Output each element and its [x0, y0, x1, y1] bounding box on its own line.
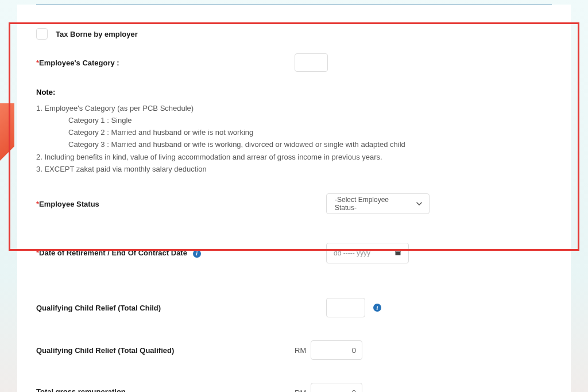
- retirement-date-label: *Date of Retirement / End Of Contract Da…: [36, 249, 326, 258]
- retirement-date-input[interactable]: dd ----- yyyy: [326, 243, 409, 263]
- bg-accent-shape: [0, 103, 14, 161]
- tax-borne-label: Tax Borne by employer: [56, 30, 138, 38]
- note-line-1: 1. Employee's Category (as per PCB Sched…: [36, 103, 552, 114]
- child-relief-total-input[interactable]: [326, 298, 365, 317]
- tax-borne-row: Tax Borne by employer: [36, 28, 552, 40]
- child-relief-qualified-input[interactable]: [311, 340, 362, 360]
- child-relief-total-label: Qualifying Child Relief (Total Child): [36, 304, 326, 312]
- form-card: Tax Borne by employer *Employee's Catego…: [17, 5, 571, 392]
- child-relief-total-row: Qualifying Child Relief (Total Child) i: [36, 298, 552, 317]
- child-relief-qualified-row: Qualifying Child Relief (Total Qualified…: [36, 340, 552, 360]
- svg-rect-2: [396, 252, 401, 255]
- svg-rect-4: [399, 249, 400, 251]
- note-line-3: 3. EXCEPT zakat paid via monthly salary …: [36, 164, 552, 175]
- gross-remuneration-input[interactable]: [311, 383, 362, 392]
- info-icon[interactable]: i: [373, 304, 381, 312]
- employee-category-row: *Employee's Category :: [36, 53, 552, 72]
- date-placeholder-text: dd ----- yyyy: [334, 249, 370, 257]
- note-line-2: 2. Including benefits in kind, value of …: [36, 152, 552, 163]
- note-title: Note:: [36, 88, 552, 96]
- note-block-1: 1. Employee's Category (as per PCB Sched…: [36, 103, 552, 150]
- gross-remuneration-label: Total gross remuneration2: [36, 387, 300, 392]
- svg-rect-3: [396, 249, 397, 251]
- calendar-icon: [394, 249, 401, 258]
- form-area: Tax Borne by employer *Employee's Catego…: [26, 5, 562, 392]
- info-icon[interactable]: i: [193, 250, 201, 258]
- tax-borne-checkbox[interactable]: [36, 28, 48, 40]
- retirement-date-row: *Date of Retirement / End Of Contract Da…: [36, 243, 552, 263]
- employee-status-select[interactable]: -Select Employee Status-: [326, 193, 430, 214]
- note-line-1c: Category 3 : Married and husband or wife…: [36, 139, 552, 150]
- employee-category-input[interactable]: [295, 53, 328, 72]
- employee-status-select-wrap: -Select Employee Status-: [326, 193, 430, 214]
- employee-status-label: *Employee Status: [36, 200, 326, 208]
- note-line-1b: Category 2 : Married and husband or wife…: [36, 127, 552, 138]
- gross-remuneration-row: Total gross remuneration2 RM: [36, 383, 552, 392]
- child-relief-qualified-label: Qualifying Child Relief (Total Qualified…: [36, 346, 300, 355]
- employee-status-select-text: -Select Employee Status-: [335, 196, 412, 212]
- currency-label-rm: RM: [295, 389, 311, 392]
- employee-category-label: *Employee's Category :: [36, 59, 300, 67]
- note-line-1a: Category 1 : Single: [36, 115, 552, 126]
- currency-label-rm: RM: [295, 346, 311, 355]
- employee-status-row: *Employee Status -Select Employee Status…: [36, 193, 552, 214]
